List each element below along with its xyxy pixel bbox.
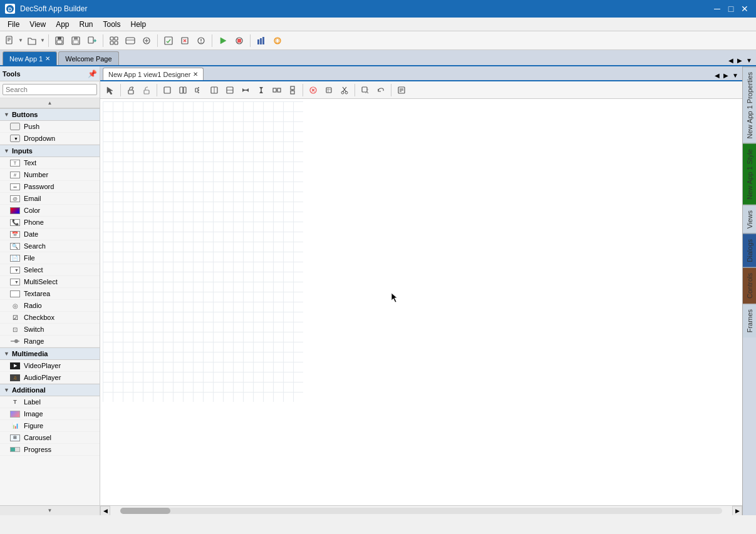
tool-email[interactable]: @ Email [0,193,100,205]
dt-undo[interactable] [373,83,388,98]
tab-welcome-page[interactable]: Welcome Page [58,51,118,65]
tool-dropdown[interactable]: ▼ Dropdown [0,133,100,145]
panel-frames[interactable]: Frames [743,304,756,337]
dt-props[interactable] [394,83,409,98]
hscroll-right[interactable]: ▶ [732,506,742,516]
hscroll-track[interactable] [120,508,722,514]
run-button[interactable] [215,33,230,48]
open-dropdown-arrow[interactable]: ▼ [40,38,45,43]
dt-btn8[interactable] [269,83,284,98]
dt-btn6[interactable] [238,83,253,98]
menu-tools[interactable]: Tools [98,18,126,31]
designer-nav-menu[interactable]: ▼ [731,71,740,80]
tool-figure[interactable]: 📊 Figure [0,420,100,432]
tool-push[interactable]: Push [0,121,100,133]
tab-new-app-1-close[interactable]: ✕ [45,55,50,62]
canvas-area[interactable] [100,99,742,505]
tb-btn-8[interactable] [161,33,176,48]
hscroll-thumb[interactable] [120,508,170,514]
tools-scroll-down[interactable]: ▼ [0,505,100,515]
dt-btn3[interactable] [191,83,206,98]
tool-file[interactable]: 📄 File [0,252,100,264]
dt-btn4[interactable] [207,83,222,98]
dt-btn7[interactable] [254,83,269,98]
export-button[interactable] [85,33,100,48]
dt-btn11[interactable] [321,83,336,98]
tool-radio[interactable]: ◎ Radio [0,300,100,312]
panel-controls[interactable]: Controls [743,267,756,304]
close-button[interactable]: ✕ [738,3,751,15]
tab-nav-right[interactable]: ▶ [736,56,743,65]
designer-tab-view1[interactable]: New App 1 view1 Designer ✕ [103,68,204,80]
tool-text[interactable]: T Text [0,157,100,169]
menu-app[interactable]: App [51,18,74,31]
tool-label[interactable]: T Label [0,396,100,408]
dt-select[interactable] [103,83,118,98]
tool-audioplayer[interactable]: ♫ AudioPlayer [0,372,100,384]
tool-range[interactable]: Range [0,336,100,347]
save-as-button[interactable] [68,33,83,48]
hscroll-left[interactable]: ◀ [100,506,110,516]
panel-dialogs[interactable]: Dialogs [743,234,756,267]
category-inputs[interactable]: ▼ Inputs [0,145,100,157]
dt-resize[interactable] [358,83,373,98]
tool-carousel[interactable]: ⊞ Carousel [0,432,100,444]
category-multimedia[interactable]: ▼ Multimedia [0,347,100,360]
tb-btn-5[interactable] [106,33,122,48]
open-button[interactable] [24,33,39,48]
tool-videoplayer[interactable]: ▶ VideoPlayer [0,360,100,372]
menu-file[interactable]: File [3,18,24,31]
tool-switch[interactable]: ⊡ Switch [0,324,100,336]
tb-btn-6[interactable] [123,33,138,48]
tool-number[interactable]: # Number [0,169,100,181]
tools-search-input[interactable] [3,84,97,95]
dt-btn5[interactable] [222,83,237,98]
panel-properties[interactable]: New App 1 Properties [743,66,756,143]
designer-nav-left[interactable]: ◀ [713,71,721,80]
menu-help[interactable]: Help [126,18,152,31]
new-dropdown-arrow[interactable]: ▼ [18,38,23,43]
tool-date[interactable]: 📅 Date [0,228,100,240]
tools-scroll-up[interactable]: ▲ [0,98,100,108]
dt-btn9[interactable] [285,83,300,98]
category-additional[interactable]: ▼ Additional [0,384,100,396]
dt-cut[interactable] [337,83,352,98]
dt-btn2[interactable] [175,83,190,98]
tool-checkbox[interactable]: ☑ Checkbox [0,312,100,324]
tb-btn-9[interactable] [177,33,192,48]
tool-password[interactable]: •• Password [0,181,100,193]
new-button[interactable] [3,33,18,48]
menu-run[interactable]: Run [75,18,98,31]
debug-button[interactable] [270,33,285,48]
designer-nav-right[interactable]: ▶ [722,71,730,80]
tool-phone[interactable]: 📞 Phone [0,217,100,228]
tool-multiselect[interactable]: ▼ MultiSelect [0,276,100,288]
tool-select[interactable]: ▼ Select [0,264,100,276]
save-button[interactable] [52,33,67,48]
open-dropdown[interactable]: ▼ [24,33,45,48]
dt-unlock[interactable] [139,83,154,98]
tool-search[interactable]: 🔍 Search [0,240,100,252]
tb-btn-7[interactable] [139,33,154,48]
build-button[interactable] [254,33,269,48]
designer-tab-view1-close[interactable]: ✕ [193,71,198,78]
minimize-button[interactable]: ─ [711,3,723,15]
panel-views[interactable]: Views [743,205,756,234]
tab-nav-menu[interactable]: ▼ [745,56,753,65]
panel-style[interactable]: New App 1 Style [743,143,756,205]
dt-lock[interactable] [123,83,138,98]
tool-textarea[interactable]: Textarea [0,288,100,300]
tb-btn-10[interactable] [194,33,209,48]
tool-color[interactable]: Color [0,205,100,217]
tool-image[interactable]: Image [0,408,100,420]
dt-btn10[interactable] [306,83,321,98]
stop-button[interactable] [232,33,247,48]
tab-nav-left[interactable]: ◀ [727,56,735,65]
tool-progress[interactable]: Progress [0,444,100,456]
menu-view[interactable]: View [24,18,51,31]
maximize-button[interactable]: □ [725,3,737,15]
tools-pin-icon[interactable]: 📌 [88,69,97,78]
category-buttons[interactable]: ▼ Buttons [0,108,100,121]
tab-new-app-1[interactable]: New App 1 ✕ [3,51,57,65]
dt-btn1[interactable] [160,83,175,98]
